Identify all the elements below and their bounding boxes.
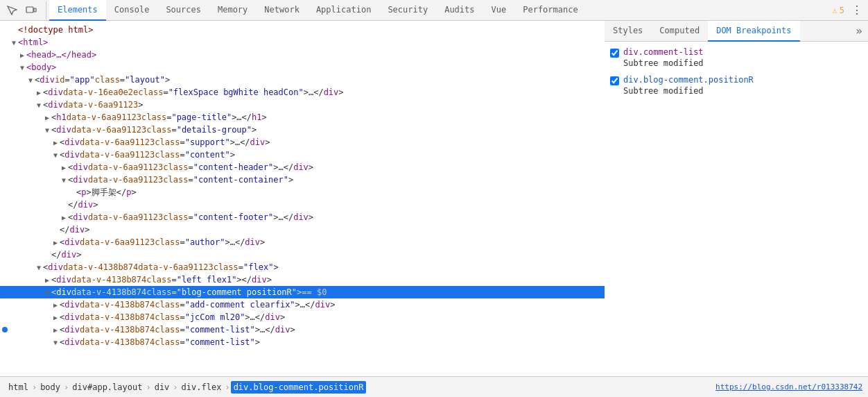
line-text: <head>…</head> (26, 50, 96, 60)
triangle[interactable] (51, 301, 60, 309)
right-tab-more-button[interactable]: » (850, 24, 868, 37)
tree-line[interactable]: <div data-v-6aa91123 class="content-foot… (0, 211, 605, 223)
tree-line[interactable]: <body> (0, 61, 605, 74)
triangle[interactable] (60, 214, 68, 221)
tab-elements[interactable]: Elements (49, 0, 106, 21)
triangle[interactable] (51, 151, 60, 159)
tab-vue[interactable]: Vue (483, 0, 515, 21)
tree-line[interactable]: ▶ </div> (0, 223, 605, 236)
html-tree: <!doctype html> <html> <head>…</head> (0, 21, 605, 351)
triangle[interactable] (18, 51, 26, 59)
triangle[interactable] (60, 164, 68, 171)
tree-line[interactable]: <div data-v-16ea0e2e class="flexSpace bg… (0, 86, 605, 99)
triangle[interactable] (51, 326, 60, 334)
breadcrumb-app-layout[interactable]: div#app.layout (69, 381, 145, 394)
triangle[interactable] (43, 114, 51, 121)
tab-network[interactable]: Network (256, 0, 308, 21)
tree-line[interactable]: ▶ </div> (0, 198, 605, 211)
tree-line[interactable]: <div data-v-6aa91123 class="content-cont… (0, 174, 605, 186)
warning-badge[interactable]: ⚠ 5 (833, 6, 844, 15)
right-panel-content: div.comment-list Subtree modified div.bl… (605, 42, 868, 376)
breadcrumb-html[interactable]: html (6, 381, 31, 394)
triangle[interactable] (51, 314, 60, 321)
devtools-url[interactable]: https://blog.csdn.net/r013338742 (715, 382, 862, 391)
triangle[interactable] (43, 289, 51, 296)
tree-line[interactable]: ▶ </div> (0, 248, 605, 261)
breakpoint-desc-1: Subtree modified (623, 58, 862, 68)
warning-count: 5 (840, 6, 844, 15)
tab-security[interactable]: Security (379, 0, 436, 21)
tab-console[interactable]: Console (106, 0, 158, 21)
tree-line[interactable]: <div data-v-4138b874 class="jcCom ml20">… (0, 311, 605, 323)
tab-dom-breakpoints[interactable]: DOM Breakpoints (708, 21, 799, 42)
elements-area: <!doctype html> <html> <head>…</head> (0, 21, 605, 376)
tree-line[interactable]: <head>…</head> (0, 49, 605, 61)
triangle[interactable] (43, 126, 51, 134)
breakpoint-checkbox-1[interactable] (610, 49, 619, 58)
tree-line[interactable]: <div data-v-4138b874 class="comment-list… (0, 336, 605, 348)
breakpoint-dot (2, 289, 8, 295)
breakpoint-dot (2, 327, 8, 332)
triangle[interactable] (51, 139, 60, 146)
breadcrumb-body[interactable]: body (37, 381, 63, 394)
breakpoint-selector-2: div.blog-comment.positionR (623, 75, 862, 85)
tag: div (40, 75, 55, 85)
tree-line[interactable]: <div data-v-6aa91123 class="support">…</… (0, 136, 605, 149)
tree-line[interactable]: <!doctype html> (0, 24, 605, 36)
elements-panel[interactable]: <!doctype html> <html> <head>…</head> (0, 21, 605, 376)
tab-styles[interactable]: Styles (605, 21, 651, 42)
triangle[interactable] (43, 276, 51, 284)
tab-memory[interactable]: Memory (209, 0, 256, 21)
tab-sources[interactable]: Sources (157, 0, 209, 21)
tree-line[interactable]: <div id="app" class="layout"> (0, 74, 605, 86)
triangle[interactable] (60, 176, 68, 184)
line-text: < (35, 75, 40, 85)
dot-indicator (0, 289, 10, 295)
tree-line[interactable]: <div data-v-4138b874 class="add-comment … (0, 298, 605, 311)
tree-line[interactable]: <div data-v-6aa91123 class="author">…</d… (0, 236, 605, 248)
main-tabs: Elements Console Sources Memory Network … (49, 0, 587, 21)
dot-indicator (0, 327, 10, 332)
tree-line[interactable]: ▶ <p>脚手架</p> (0, 186, 605, 198)
tree-line[interactable]: <div data-v-6aa91123 class="content-head… (0, 161, 605, 174)
breadcrumb: html › body › div#app.layout › div › div… (0, 376, 868, 397)
tree-line[interactable]: <div data-v-6aa91123 class="content"> (0, 149, 605, 161)
triangle[interactable] (51, 239, 60, 246)
select-element-button[interactable] (3, 1, 21, 19)
triangle[interactable] (10, 39, 18, 47)
toolbar-icons (3, 1, 46, 19)
breakpoint-item-1: div.comment-list Subtree modified (610, 47, 862, 68)
tree-line[interactable]: <div data-v-4138b874 class="comment-list… (0, 323, 605, 336)
warning-icon: ⚠ (833, 6, 837, 15)
triangle[interactable] (18, 64, 26, 71)
tree-line[interactable]: <h1 data-v-6aa91123 class="page-title">…… (0, 111, 605, 124)
triangle[interactable] (26, 76, 35, 84)
breadcrumb-blog-comment[interactable]: div.blog-comment.positionR (231, 381, 367, 394)
selected-tree-line[interactable]: <div data-v-4138b874 class="blog-comment… (0, 286, 605, 298)
tab-performance[interactable]: Performance (514, 0, 586, 21)
line-text: <!doctype html> (18, 25, 93, 35)
more-button[interactable]: ⋮ (849, 2, 865, 19)
tree-line[interactable]: <div data-v-6aa91123> (0, 99, 605, 111)
tab-application[interactable]: Application (308, 0, 379, 21)
breakpoint-selector-1: div.comment-list (623, 47, 862, 57)
triangle[interactable] (51, 339, 60, 346)
breakpoint-checkbox-2[interactable] (610, 76, 619, 85)
tree-line[interactable]: <div data-v-4138b874 data-v-6aa91123 cla… (0, 261, 605, 273)
tab-audits[interactable]: Audits (436, 0, 483, 21)
triangle[interactable] (35, 101, 43, 109)
tab-computed[interactable]: Computed (651, 21, 708, 42)
breakpoint-item-2: div.blog-comment.positionR Subtree modif… (610, 75, 862, 96)
tree-line[interactable]: <div data-v-4138b874 class="left flex1">… (0, 273, 605, 286)
breakpoint-desc-2: Subtree modified (623, 86, 862, 96)
toolbar-right: ⚠ 5 ⋮ (833, 2, 865, 19)
devtools-toolbar: Elements Console Sources Memory Network … (0, 0, 868, 21)
triangle[interactable] (35, 264, 43, 271)
breadcrumb-div-flex[interactable]: div.flex (179, 381, 225, 394)
breadcrumb-div[interactable]: div (152, 381, 173, 394)
triangle[interactable] (35, 89, 43, 96)
tree-line[interactable]: <html> (0, 36, 605, 49)
device-toolbar-button[interactable] (22, 1, 40, 19)
svg-rect-0 (26, 7, 33, 12)
tree-line[interactable]: <div data-v-6aa91123 class="details-grou… (0, 124, 605, 136)
